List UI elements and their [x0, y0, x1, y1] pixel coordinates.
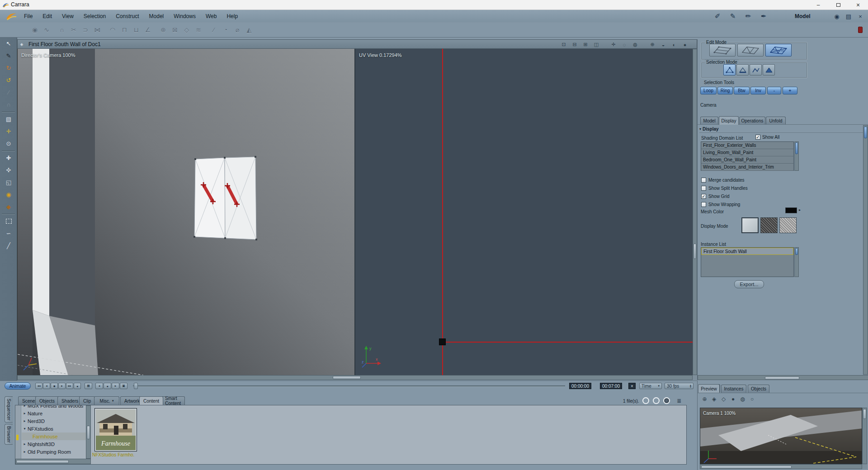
jump-start-button[interactable]: ◂◂ [35, 383, 42, 389]
time-scrubber-track[interactable] [133, 385, 565, 387]
textured-preview-icon[interactable]: ◍ [738, 395, 747, 404]
move-tool[interactable]: ✚ [0, 152, 17, 164]
menu-item-model[interactable]: Model [144, 10, 169, 23]
panel-hscrollbar-thumb[interactable] [765, 376, 799, 380]
gouraud-display-icon[interactable]: ◐ [669, 41, 679, 48]
globe-display-icon[interactable]: ⊕ [647, 41, 658, 48]
export-button[interactable]: Export... [734, 280, 764, 288]
shading-list-scrollbar[interactable] [794, 141, 799, 171]
display-section-header[interactable]: ▾ Display [699, 127, 719, 132]
select-polyline-mode-button[interactable] [750, 64, 762, 75]
document-hscrollbar[interactable] [17, 375, 693, 380]
tab-model[interactable]: Model [700, 117, 718, 125]
marquee-select-tool[interactable] [0, 215, 17, 227]
dolly-tool[interactable]: ∕ [0, 86, 17, 99]
display-mode-light-texture-swatch[interactable] [779, 217, 797, 233]
tab-operations[interactable]: Operations [739, 117, 765, 125]
panel-hscrollbar[interactable] [698, 375, 868, 380]
display-mode-flat-swatch[interactable] [741, 217, 759, 233]
render-preview-icon[interactable]: ⊕ [700, 395, 709, 404]
show-split-handles-control[interactable]: Show Split Handles [701, 186, 748, 191]
browser-side-tab[interactable]: Browser [5, 424, 13, 445]
time-scrubber-handle[interactable] [134, 383, 138, 389]
camera-viewport-scene[interactable] [18, 49, 354, 375]
maximize-button[interactable] [828, 0, 848, 10]
resize-grip[interactable] [862, 464, 867, 469]
animate-button[interactable]: Animate [5, 382, 31, 390]
step-forward-button[interactable]: ▸▸ [66, 383, 73, 389]
pan-hand-tool[interactable]: ✛ [0, 125, 17, 137]
measure-tool-icon[interactable]: ⌀ [231, 24, 243, 35]
time-unit-dropdown[interactable]: Time ▾ [639, 383, 662, 389]
close-button[interactable]: × [848, 0, 868, 10]
document-vscrollbar-thumb[interactable] [693, 244, 696, 259]
loop-select-button[interactable]: Loop [700, 87, 717, 94]
shading-domain-row[interactable]: First_Floor_Exterior_Walls [701, 142, 793, 149]
move-plane-tool[interactable]: ✜ [0, 164, 17, 176]
edit-mode-polygon-button[interactable] [765, 44, 792, 56]
step-back-button[interactable]: ◂ [43, 383, 50, 389]
reference-cube-tool[interactable]: ◆ [0, 201, 17, 213]
menu-item-file[interactable]: File [19, 10, 38, 23]
menu-item-view[interactable]: View [57, 10, 79, 23]
scissors-tool-icon[interactable]: ✂ [68, 24, 80, 35]
flat-shade-display-icon[interactable]: ◒ [658, 41, 669, 48]
menu-item-construct[interactable]: Construct [111, 10, 144, 23]
select-arrow-tool[interactable]: ↖ [0, 38, 17, 50]
expander-icon[interactable]: ▸ [22, 450, 28, 454]
menu-item-selection[interactable]: Selection [79, 10, 111, 23]
end-time-field[interactable]: 00:07:00 [600, 383, 622, 389]
display-mode-dark-texture-swatch[interactable] [760, 217, 778, 233]
select-vertex-mode-button[interactable] [723, 64, 736, 75]
mesh-color-swatch[interactable] [785, 207, 797, 213]
document-hscrollbar-thumb[interactable] [333, 376, 361, 379]
tab-misc[interactable]: Misc.▾ [94, 396, 119, 405]
close-view-icon[interactable]: × [854, 13, 866, 20]
tab-smart-content[interactable]: Smart Content [161, 396, 185, 405]
keyframe-grid-button[interactable]: ▦ [85, 383, 92, 389]
bridge-tool-icon[interactable]: ⊠ [169, 24, 181, 35]
line-draw-tool[interactable]: ╱ [0, 240, 17, 252]
select-edge-mode-button[interactable] [736, 64, 749, 75]
minimize-button[interactable]: – [808, 0, 828, 10]
scale-tool[interactable]: ◱ [0, 176, 17, 188]
model-room-icon[interactable]: ✏ [741, 12, 756, 20]
expander-icon[interactable]: ▸ [22, 419, 28, 423]
farmhouse-thumbnail[interactable]: Farmhouse [94, 408, 137, 451]
expander-icon[interactable]: ▾ [22, 427, 28, 431]
fps-spin-down-icon[interactable]: ▾ [690, 386, 691, 388]
show-grid-control[interactable]: ✓ Show Grid [701, 194, 730, 199]
selected-wall-mesh[interactable] [193, 156, 257, 240]
uv-viewport[interactable]: y x z UV View 0.17294% [355, 49, 693, 375]
shading-domain-row[interactable]: Windows_Doors_and_Interior_Trim [701, 164, 793, 171]
panel-vscrollbar[interactable] [863, 125, 868, 375]
arc-tool-icon[interactable]: ◠ [107, 24, 118, 35]
lighting-preview-icon[interactable]: ○ [747, 395, 757, 404]
shading-domain-row[interactable]: Living_Room_Wall_Paint [701, 149, 793, 156]
record-button[interactable]: ● [74, 383, 81, 389]
tree-item-nfxstudios[interactable]: ▾ NFXstudios [22, 425, 86, 432]
layout-quad-icon[interactable]: ⊞ [580, 41, 591, 48]
tab-display[interactable]: Display [719, 116, 739, 125]
curve-tool-icon[interactable]: ∿ [41, 24, 52, 35]
lathe-tool-icon[interactable]: ⊔ [130, 24, 142, 35]
tree-hscrollbar[interactable] [15, 459, 91, 464]
rotate-tool[interactable]: ◉ [0, 188, 17, 201]
tab-unfold[interactable]: Unfold [766, 117, 786, 125]
mesh-color-arrow-icon[interactable]: ▸ [799, 208, 801, 212]
panel-layout-icon[interactable]: ▤ [843, 13, 854, 20]
tree-item-mgx-forests[interactable]: ▸ MGX Forests and Woods [22, 405, 86, 409]
grow-select-button[interactable]: + [783, 87, 797, 94]
tree-item-nerd3d[interactable]: ▸ Nerd3D [22, 417, 86, 425]
texture-room-icon[interactable]: ✒ [756, 12, 771, 20]
document-titlebar[interactable]: ◈ First Floor South Wall of Doc1 ⊡ ⊟ ⊞ ◫… [17, 39, 697, 49]
orbit-tool[interactable]: ↻ [0, 62, 17, 74]
tab-objects[interactable]: Objects [35, 396, 59, 405]
preview-hscrollbar[interactable] [700, 464, 862, 469]
show-wrapping-control[interactable]: Show Wrapping [701, 202, 740, 207]
play-button[interactable]: ▸ [58, 383, 66, 389]
angle-tool-icon[interactable]: ∠ [142, 24, 154, 35]
menu-item-web[interactable]: Web [201, 10, 222, 23]
tab-clip[interactable]: Clip [79, 396, 95, 405]
tree-item-nightshift3d[interactable]: ▸ Nightshift3D [22, 440, 86, 448]
